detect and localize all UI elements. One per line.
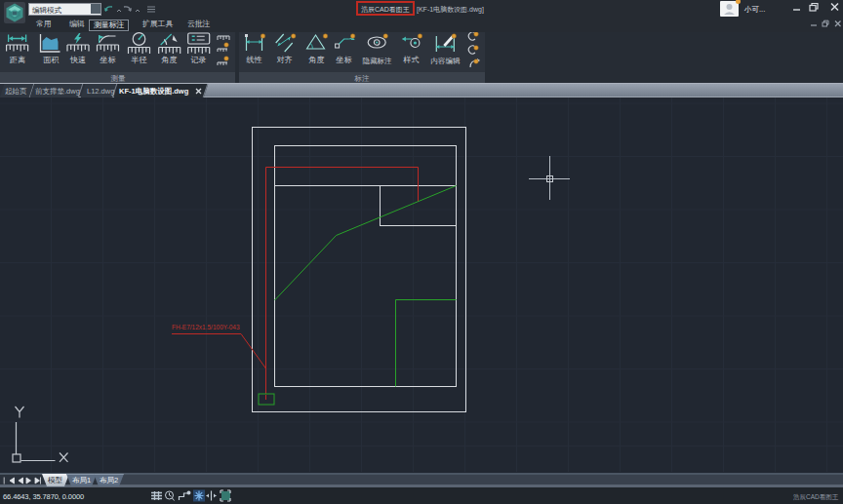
- svg-text:FH-E7/12x1.5/100Y-043: FH-E7/12x1.5/100Y-043: [172, 324, 240, 330]
